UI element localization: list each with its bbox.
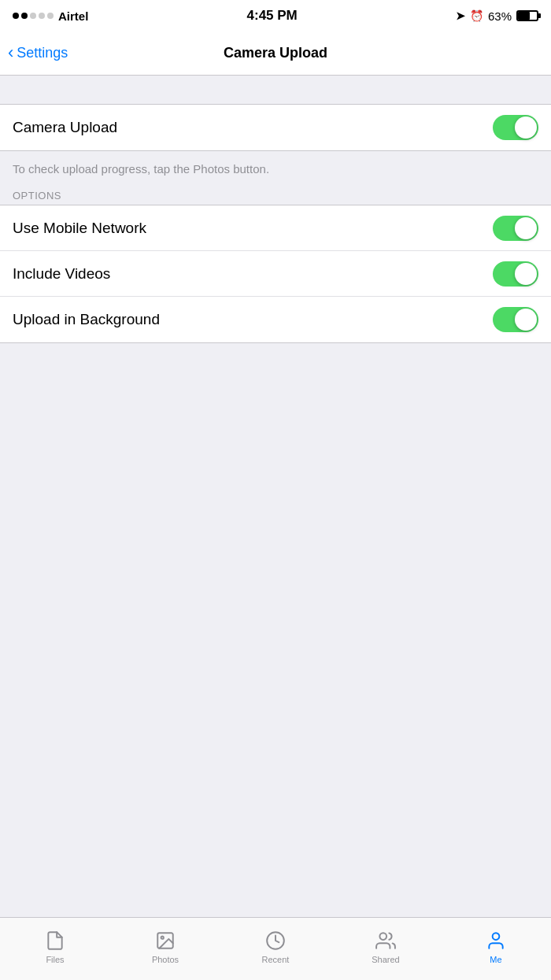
me-label: Me	[490, 955, 501, 964]
tab-bar: Files Photos Recent	[0, 917, 551, 980]
carrier-label: Airtel	[58, 9, 88, 23]
camera-upload-toggle-knob	[515, 116, 537, 139]
camera-upload-row: Camera Upload	[0, 105, 551, 150]
use-mobile-network-toggle-knob	[515, 217, 537, 239]
battery-percent: 63%	[488, 9, 512, 23]
status-time: 4:45 PM	[247, 8, 298, 24]
recent-label: Recent	[262, 955, 290, 964]
nav-title: Camera Upload	[224, 45, 327, 61]
camera-upload-toggle[interactable]	[493, 115, 538, 140]
signal-dot-3	[30, 13, 36, 19]
upload-background-row: Upload in Background	[0, 297, 551, 342]
back-label: Settings	[17, 45, 68, 61]
photos-label: Photos	[152, 955, 179, 964]
include-videos-toggle-knob	[515, 263, 537, 285]
status-left: Airtel	[13, 9, 88, 23]
alarm-icon: ⏰	[470, 9, 483, 22]
svg-point-3	[379, 933, 386, 940]
svg-point-1	[161, 936, 164, 938]
upload-background-toggle[interactable]	[493, 307, 538, 332]
tab-recent[interactable]: Recent	[220, 918, 331, 980]
include-videos-label: Include Videos	[13, 265, 110, 283]
top-gap	[0, 76, 551, 104]
camera-upload-group: Camera Upload	[0, 104, 551, 151]
back-button[interactable]: ‹ Settings	[8, 45, 68, 61]
battery-icon	[516, 10, 538, 21]
tab-photos[interactable]: Photos	[110, 918, 220, 980]
back-chevron-icon: ‹	[8, 44, 13, 61]
signal-dots	[13, 13, 54, 19]
include-videos-row: Include Videos	[0, 251, 551, 297]
files-label: Files	[46, 955, 64, 964]
content-area	[0, 343, 551, 917]
status-bar: Airtel 4:45 PM ➤ ⏰ 63%	[0, 0, 551, 31]
use-mobile-network-toggle[interactable]	[493, 216, 538, 241]
nav-bar: ‹ Settings Camera Upload	[0, 31, 551, 76]
photos-icon	[153, 930, 177, 952]
svg-point-4	[493, 933, 500, 940]
signal-dot-4	[39, 13, 45, 19]
battery-fill	[518, 12, 530, 20]
camera-upload-label: Camera Upload	[13, 119, 117, 136]
me-icon	[484, 930, 508, 952]
upload-background-label: Upload in Background	[13, 311, 160, 328]
signal-dot-5	[47, 13, 54, 19]
tab-me[interactable]: Me	[441, 918, 551, 980]
options-group: Use Mobile Network Include Videos Upload…	[0, 205, 551, 343]
status-right: ➤ ⏰ 63%	[456, 9, 538, 23]
helper-text: To check upload progress, tap the Photos…	[0, 151, 551, 183]
use-mobile-network-label: Use Mobile Network	[13, 220, 146, 237]
use-mobile-network-row: Use Mobile Network	[0, 205, 551, 251]
signal-dot-1	[13, 13, 19, 19]
include-videos-toggle[interactable]	[493, 261, 538, 287]
recent-icon	[264, 930, 287, 952]
shared-label: Shared	[372, 955, 399, 964]
tab-shared[interactable]: Shared	[331, 918, 441, 980]
upload-background-toggle-knob	[515, 309, 537, 331]
files-icon	[43, 930, 67, 952]
location-icon: ➤	[456, 9, 465, 22]
shared-icon	[374, 930, 398, 952]
tab-files[interactable]: Files	[0, 918, 110, 980]
signal-dot-2	[21, 13, 28, 19]
options-section-header: OPTIONS	[0, 183, 551, 205]
